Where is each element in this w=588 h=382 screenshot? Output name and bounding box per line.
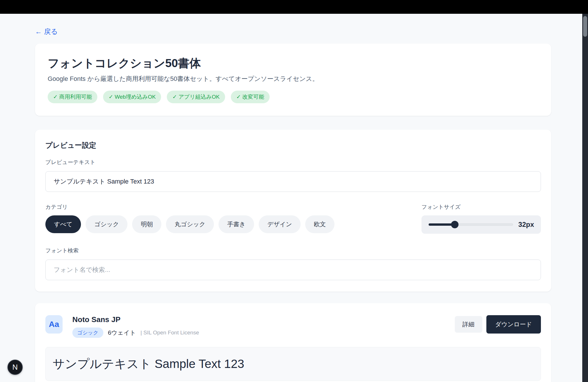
header-card: フォントコレクション50書体 Google Fonts から厳選した商用利用可能… [35, 44, 551, 116]
page-title: フォントコレクション50書体 [48, 56, 539, 70]
category-label: カテゴリ [45, 203, 334, 211]
nextjs-n-icon: N [12, 363, 18, 372]
category-pill-rounded[interactable]: 丸ゴシック [166, 215, 214, 233]
scrollbar-track[interactable] [582, 14, 588, 382]
category-pill-latin[interactable]: 欧文 [305, 215, 334, 233]
font-size-slider[interactable] [428, 223, 513, 226]
font-search-input[interactable] [45, 260, 541, 280]
font-weights-count: 6ウェイト [108, 329, 136, 337]
font-category-badge: ゴシック [72, 328, 103, 338]
license-badge-commercial: ✓ 商用利用可能 [48, 91, 97, 103]
font-card-noto-sans-jp: Aa Noto Sans JP ゴシック 6ウェイト | SIL Open Fo… [35, 303, 551, 382]
category-pill-gothic[interactable]: ゴシック [86, 215, 127, 233]
font-preview-box: サンプルテキスト Sample Text 123 [45, 347, 541, 381]
slider-fill [429, 223, 455, 226]
category-pill-all[interactable]: すべて [45, 215, 81, 233]
nextjs-dev-indicator-button[interactable]: N [7, 360, 23, 375]
category-pill-handwriting[interactable]: 手書き [218, 215, 254, 233]
preview-settings-card: プレビュー設定 プレビューテキスト カテゴリ すべて ゴシック 明朝 丸ゴシック… [35, 130, 551, 292]
download-button[interactable]: ダウンロード [486, 315, 541, 334]
font-size-slider-box: 32px [421, 215, 541, 234]
back-link[interactable]: ← 戻る [35, 27, 58, 36]
preview-text-input[interactable] [45, 171, 541, 192]
license-badge-app-embed: ✓ アプリ組込みOK [167, 91, 225, 103]
page-subtitle: Google Fonts から厳選した商用利用可能な50書体セット。すべてオープ… [48, 75, 539, 83]
font-name: Noto Sans JP [72, 315, 199, 324]
category-pill-row: すべて ゴシック 明朝 丸ゴシック 手書き デザイン 欧文 [45, 215, 334, 233]
font-size-value: 32px [518, 221, 534, 229]
scrollbar-thumb[interactable] [583, 16, 587, 37]
category-pill-design[interactable]: デザイン [259, 215, 301, 233]
font-search-label: フォント検索 [45, 247, 541, 254]
license-badge-modify: ✓ 改変可能 [231, 91, 270, 103]
detail-button[interactable]: 詳細 [455, 316, 482, 333]
browser-top-bar [0, 0, 588, 14]
font-preview-text: サンプルテキスト Sample Text 123 [53, 356, 244, 372]
preview-text-label: プレビューテキスト [45, 159, 541, 166]
category-section: カテゴリ すべて ゴシック 明朝 丸ゴシック 手書き デザイン 欧文 [45, 203, 334, 233]
category-pill-mincho[interactable]: 明朝 [132, 215, 161, 233]
slider-thumb[interactable] [451, 221, 459, 228]
page-content: ← 戻る フォントコレクション50書体 Google Fonts から厳選した商… [0, 14, 582, 382]
font-aa-icon: Aa [45, 315, 63, 334]
font-size-section: フォントサイズ 32px [421, 203, 541, 234]
font-size-label: フォントサイズ [421, 203, 541, 211]
settings-title: プレビュー設定 [45, 141, 541, 150]
license-badge-web-embed: ✓ Web埋め込みOK [103, 91, 161, 103]
license-badge-row: ✓ 商用利用可能 ✓ Web埋め込みOK ✓ アプリ組込みOK ✓ 改変可能 [48, 91, 539, 103]
font-license: | SIL Open Font License [140, 330, 199, 336]
